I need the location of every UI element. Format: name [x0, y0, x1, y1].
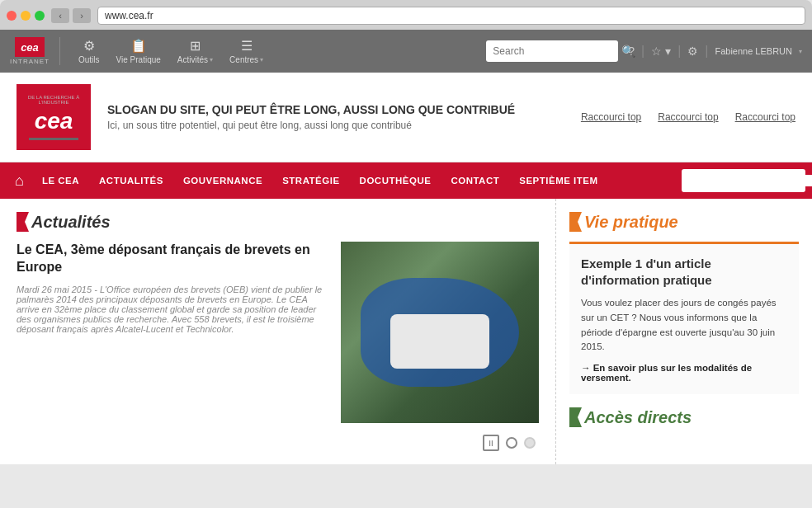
actualites-title: Actualités: [31, 213, 111, 232]
top-search-bar: 🔍: [486, 40, 618, 62]
banner-text-area: SLOGAN DU SITE, QUI PEUT ÊTRE LONG, AUSS…: [107, 103, 564, 131]
banner: DE LA RECHERCHE À L'INDUSTRIE cea SLOGAN…: [0, 73, 812, 162]
banner-links: Raccourci top Raccourci top Raccourci to…: [581, 111, 795, 123]
right-column: Vie pratique Exemple 1 d'un article d'in…: [556, 199, 812, 464]
article-text: Le CEA, 3ème déposant français de brevet…: [17, 242, 328, 423]
banner-title: SLOGAN DU SITE, QUI PEUT ÊTRE LONG, AUSS…: [107, 103, 564, 116]
acces-directs-header: Accès directs: [569, 407, 799, 427]
nav-search-bar: 🔍: [682, 169, 805, 192]
minimize-dot[interactable]: [21, 11, 31, 21]
acces-directs-flag: [569, 407, 578, 427]
url-text: www.cea.fr: [105, 10, 153, 21]
logo-area: cea INTRANET: [10, 37, 60, 65]
carousel-pause-button[interactable]: ⏸: [483, 435, 499, 451]
intranet-label: INTRANET: [10, 58, 50, 65]
nav-search-input[interactable]: [688, 175, 812, 186]
left-column: Actualités Le CEA, 3ème déposant françai…: [0, 199, 556, 464]
favorites-icon[interactable]: ☆ ▾: [651, 45, 671, 58]
banner-link-3[interactable]: Raccourci top: [735, 111, 795, 123]
banner-logo-line: [29, 138, 78, 140]
nav-strategie[interactable]: STRATÉGIE: [272, 162, 349, 199]
site-wrapper: cea INTRANET ⚙ Outils 📋 Vie Pratique ⊞ A…: [0, 30, 812, 464]
nav-items: LE CEA ACTUALITÉS GOUVERNANCE STRATÉGIE …: [32, 162, 682, 199]
window-controls: [7, 11, 45, 21]
vp-article-body: Vous voulez placer des jours de congés p…: [581, 296, 787, 355]
article-image: [341, 242, 539, 423]
activites-icon: ⊞: [190, 38, 201, 54]
main-content: Actualités Le CEA, 3ème déposant françai…: [0, 199, 812, 464]
banner-link-2[interactable]: Raccourci top: [658, 111, 718, 123]
actualites-header: Actualités: [17, 212, 539, 232]
maximize-dot[interactable]: [35, 11, 45, 21]
carousel-dot-1[interactable]: [506, 437, 517, 449]
nav-contact[interactable]: CONTACT: [441, 162, 509, 199]
vp-read-more-link[interactable]: En savoir plus sur les modalités de vers…: [581, 363, 787, 383]
toolbar-outils[interactable]: ⚙ Outils: [70, 38, 108, 64]
nav-le-cea[interactable]: LE CEA: [32, 162, 89, 199]
logo-box: cea: [15, 37, 45, 57]
user-name[interactable]: Fabienne LEBRUN: [715, 46, 792, 56]
toolbar-right: ? | ☆ ▾ | ⚙ | Fabienne LEBRUN ▾: [628, 44, 802, 59]
vie-pratique-header: Vie pratique: [569, 212, 799, 232]
close-dot[interactable]: [7, 11, 17, 21]
banner-logo-small: DE LA RECHERCHE À L'INDUSTRIE: [17, 95, 91, 105]
back-button[interactable]: ‹: [51, 8, 69, 23]
article-area: Le CEA, 3ème déposant français de brevet…: [17, 242, 539, 423]
vie-pratique-box: Exemple 1 d'un article d'information pra…: [569, 242, 799, 394]
acces-directs: Accès directs: [569, 407, 799, 427]
glove-image: [341, 242, 539, 423]
actualites-flag: [17, 212, 25, 232]
top-search-input[interactable]: [493, 45, 616, 57]
carousel-controls: ⏸: [17, 435, 539, 451]
outils-icon: ⚙: [83, 38, 95, 54]
nav-actualites[interactable]: ACTUALITÉS: [89, 162, 173, 199]
nav-gouvernance[interactable]: GOUVERNANCE: [173, 162, 272, 199]
help-icon[interactable]: ?: [628, 45, 635, 58]
acces-directs-title: Accès directs: [584, 408, 692, 427]
vie-pratique-title: Vie pratique: [584, 213, 678, 232]
logo-text: cea: [21, 41, 39, 54]
top-toolbar: cea INTRANET ⚙ Outils 📋 Vie Pratique ⊞ A…: [0, 30, 812, 73]
address-bar[interactable]: www.cea.fr: [97, 7, 805, 25]
toolbar-vie-pratique[interactable]: 📋 Vie Pratique: [108, 38, 169, 64]
settings-icon[interactable]: ⚙: [687, 45, 698, 58]
nav-bar: ⌂ LE CEA ACTUALITÉS GOUVERNANCE STRATÉGI…: [0, 162, 812, 199]
vie-pratique-icon: 📋: [130, 38, 147, 54]
banner-link-1[interactable]: Raccourci top: [581, 111, 641, 123]
article-date: Mardi 26 mai 2015 - L'Office européen de…: [17, 285, 328, 334]
nav-septieme[interactable]: SEPTIÈME ITEM: [509, 162, 607, 199]
banner-subtitle: Ici, un sous titre potentiel, qui peut ê…: [107, 120, 564, 131]
vp-article-title: Exemple 1 d'un article d'information pra…: [581, 256, 787, 288]
centres-icon: ☰: [241, 38, 253, 54]
toolbar-activites[interactable]: ⊞ Activités ▾: [169, 38, 221, 64]
nav-home-icon[interactable]: ⌂: [7, 172, 32, 190]
article-headline: Le CEA, 3ème déposant français de brevet…: [17, 242, 328, 276]
toolbar-centres[interactable]: ☰ Centres ▾: [221, 38, 271, 64]
browser-chrome: ‹ › www.cea.fr: [0, 0, 812, 30]
carousel-dot-2[interactable]: [524, 437, 536, 449]
banner-logo-text: cea: [35, 108, 73, 134]
vie-pratique-flag: [569, 212, 578, 232]
banner-logo: DE LA RECHERCHE À L'INDUSTRIE cea: [17, 84, 91, 150]
nav-docutheque[interactable]: DOCUTHÈQUE: [350, 162, 441, 199]
forward-button[interactable]: ›: [73, 8, 91, 23]
